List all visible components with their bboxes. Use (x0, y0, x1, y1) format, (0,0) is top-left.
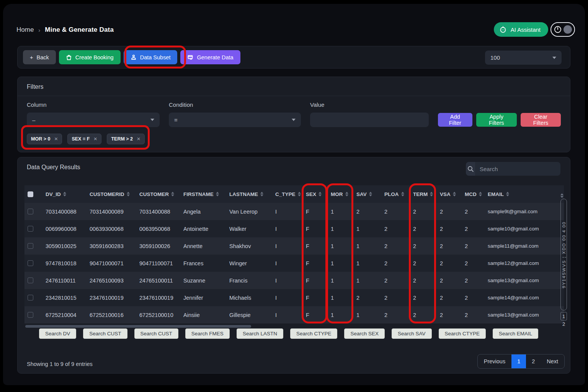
column-header-sex[interactable]: SEX (303, 185, 328, 203)
sort-icon[interactable] (401, 192, 404, 196)
cell-customer: 23476100019 (136, 289, 180, 306)
sort-icon[interactable] (318, 192, 322, 196)
row-select-cell (24, 255, 42, 272)
column-search-button-8[interactable]: Search CTYPE (439, 328, 486, 339)
data-subset-button[interactable]: Data Subset (124, 50, 178, 64)
theme-toggle[interactable] (550, 22, 575, 37)
row-checkbox[interactable] (28, 209, 33, 214)
page-button-1[interactable]: 1 (511, 354, 526, 368)
chip-close-icon[interactable]: ✕ (93, 136, 97, 142)
column-header-label: SEX (306, 191, 316, 197)
sort-icon[interactable] (216, 192, 219, 196)
cell-lastname: Van Leerop (226, 203, 272, 220)
sort-icon[interactable] (430, 192, 433, 196)
sort-icon[interactable] (369, 192, 372, 196)
sort-icon[interactable] (127, 192, 130, 196)
column-search-button-2[interactable]: Search CUST (134, 328, 178, 339)
column-label: Column (27, 101, 160, 108)
cell-customerid: 00639300068 (87, 220, 136, 237)
filter-chip[interactable]: TERM > 2✕ (107, 134, 145, 144)
column-header-dv-id[interactable]: DV_ID (42, 185, 87, 203)
row-checkbox[interactable] (28, 243, 33, 249)
column-header-vsa[interactable]: VSA (437, 185, 462, 203)
condition-select[interactable]: = (169, 113, 301, 127)
sort-icon[interactable] (479, 192, 482, 196)
column-search-button-3[interactable]: Search FMES (185, 328, 230, 339)
column-search-button-4[interactable]: Search LASTN (237, 328, 283, 339)
cell-sav: 1 (353, 272, 381, 289)
search-icon (467, 165, 474, 172)
generate-data-button[interactable]: Generate Data (180, 50, 240, 64)
column-header-ploa[interactable]: PLOA (381, 185, 410, 203)
search-input[interactable] (475, 162, 560, 176)
column-header-mor[interactable]: MOR (328, 185, 353, 203)
chip-close-icon[interactable]: ✕ (54, 136, 58, 142)
clear-filters-button[interactable]: Clear Filters (521, 113, 561, 127)
column-select[interactable]: – (27, 113, 160, 127)
column-header-label: VSA (440, 191, 451, 197)
column-header-email[interactable]: EMAIL (485, 185, 557, 203)
row-checkbox[interactable] (28, 295, 33, 301)
column-header-customer[interactable]: CUSTOMER (136, 185, 180, 203)
apply-filters-button[interactable]: Apply Filters (476, 113, 517, 127)
add-filter-button[interactable]: Add Filter (438, 113, 472, 127)
cell-email: sample14@gmail.com (485, 289, 557, 306)
column-search-button-6[interactable]: Search SEX (344, 328, 385, 339)
column-search-button-5[interactable]: Search CTYPE (290, 328, 338, 339)
cell-dv-id: 9747810018 (42, 255, 87, 272)
filter-chip[interactable]: SEX = F✕ (67, 134, 101, 144)
horizontal-scrollbar[interactable] (25, 325, 251, 328)
table-row: 7031400088703140000897031400088AngelaVan… (24, 203, 564, 220)
page-button-2[interactable]: 2 (526, 354, 541, 368)
column-search-button-7[interactable]: Search SAV (392, 328, 432, 339)
cell-sav: 1 (353, 220, 381, 237)
row-checkbox[interactable] (28, 260, 33, 266)
column-header-label: DV_ID (46, 191, 61, 197)
column-search-button-9[interactable]: Search EMAIL (493, 328, 538, 339)
column-header-mcd[interactable]: MCD (462, 185, 485, 203)
back-button[interactable]: + Back (23, 50, 56, 64)
column-header-label: MOR (331, 191, 343, 197)
sort-icon[interactable] (345, 192, 348, 196)
create-booking-button[interactable]: Create Booking (59, 50, 121, 64)
cell-term: 2 (410, 237, 437, 255)
next-page-button[interactable]: Next (541, 354, 564, 368)
column-header-term[interactable]: TERM (410, 185, 437, 203)
condition-field: Condition = (169, 101, 301, 127)
toggle-knob[interactable] (564, 25, 572, 34)
chevron-down-icon (292, 119, 296, 121)
value-input[interactable] (310, 113, 429, 127)
sort-icon[interactable] (298, 192, 301, 196)
breadcrumb-home-link[interactable]: Home (16, 26, 34, 34)
vertical-artifact-page-1: 1 (560, 312, 567, 320)
cell-mcd: 2 (462, 237, 485, 255)
sort-icon[interactable] (63, 192, 66, 196)
sort-icon[interactable] (260, 192, 263, 196)
sort-icon[interactable] (171, 192, 174, 196)
column-search-button-0[interactable]: Search DV (39, 328, 76, 339)
column-header-sav[interactable]: SAV (353, 185, 381, 203)
previous-page-button[interactable]: Previous (478, 354, 511, 368)
page-size-select[interactable]: 100 (485, 51, 562, 65)
ai-assistant-button[interactable]: AI Assistant (494, 22, 548, 37)
sort-icon[interactable] (506, 192, 509, 196)
column-search-button-1[interactable]: Search CUST (83, 328, 127, 339)
column-header-lastname[interactable]: LASTNAME (226, 185, 272, 203)
row-checkbox[interactable] (28, 312, 33, 318)
filter-chips-row: MOR > 0✕SEX = F✕TERM > 2✕ (18, 127, 570, 144)
filter-chip[interactable]: MOR > 0✕ (27, 134, 62, 144)
toolbar: + Back Create Booking Data Subset (17, 46, 570, 69)
column-header-firstname[interactable]: FIRSTNAME (180, 185, 226, 203)
vertical-scroll-artifact: 9Y14SWVS ¦ XDO 00 4 00 (560, 199, 567, 310)
column-header-customerid[interactable]: CUSTOMERID (87, 185, 136, 203)
row-checkbox[interactable] (28, 226, 33, 232)
chip-close-icon[interactable]: ✕ (137, 136, 140, 142)
row-checkbox[interactable] (28, 278, 33, 283)
select-all-checkbox[interactable] (28, 191, 33, 197)
cell-email: sample9t@gmail.com (485, 203, 557, 220)
column-header-label: FIRSTNAME (183, 191, 214, 197)
cell-lastname: Shakhov (226, 237, 272, 255)
cell-firstname: Angela (180, 203, 226, 220)
column-header-c-type[interactable]: C_TYPE (272, 185, 303, 203)
sort-icon[interactable] (453, 192, 456, 196)
